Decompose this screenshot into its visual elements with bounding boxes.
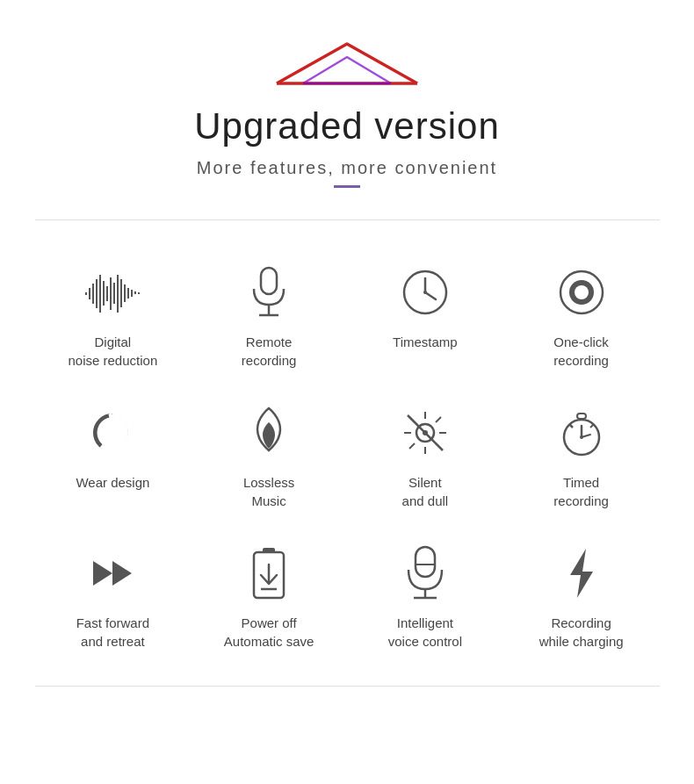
svg-marker-60	[570, 549, 593, 598]
svg-line-39	[409, 443, 415, 449]
logo-icon	[268, 35, 426, 97]
accent-line	[334, 185, 360, 188]
microphone-icon	[241, 264, 297, 320]
svg-line-46	[590, 424, 594, 428]
svg-rect-18	[261, 268, 277, 294]
feature-fast-forward: Fast forwardand retreat	[35, 528, 192, 659]
svg-marker-50	[93, 561, 112, 586]
svg-point-41	[423, 430, 428, 435]
feature-timed-recording: Timedrecording	[503, 387, 660, 519]
battery-save-icon	[241, 545, 297, 601]
svg-point-27	[575, 285, 589, 299]
top-divider	[35, 219, 660, 220]
svg-point-49	[580, 435, 583, 439]
feature-label: Digitalnoise reduction	[69, 333, 158, 370]
timer-icon	[553, 405, 610, 461]
feature-digital-noise-reduction: Digitalnoise reduction	[35, 247, 192, 378]
svg-line-23	[425, 292, 436, 299]
feature-label: Intelligentvoice control	[388, 614, 462, 651]
page-header: Upgraded version More features, more con…	[0, 0, 694, 211]
svg-rect-43	[577, 414, 586, 419]
svg-rect-56	[416, 547, 435, 577]
feature-one-click-recording: One-clickrecording	[503, 247, 660, 378]
bottom-divider	[35, 686, 660, 687]
feature-label: Wear design	[76, 473, 149, 492]
svg-rect-53	[263, 548, 275, 553]
subtitle: More features, more convenient	[197, 158, 497, 178]
features-grid: Digitalnoise reduction Remoterecording	[35, 238, 660, 668]
feature-label: One-clickrecording	[553, 333, 609, 370]
feature-label: LosslessMusic	[243, 473, 294, 510]
svg-marker-51	[112, 561, 132, 586]
feature-intelligent-voice-control: Intelligentvoice control	[347, 528, 503, 659]
feature-remote-recording: Remoterecording	[191, 247, 347, 378]
svg-point-24	[423, 291, 427, 294]
lightning-icon	[553, 545, 610, 601]
waveform-icon	[84, 264, 141, 320]
feature-power-off-auto-save: Power offAutomatic save	[191, 528, 347, 659]
svg-line-30	[101, 446, 105, 450]
feature-label: Recordingwhile charging	[539, 614, 624, 651]
feature-label: Fast forwardand retreat	[76, 614, 149, 651]
feature-label: Timestamp	[393, 333, 458, 351]
feature-label: Power offAutomatic save	[224, 614, 314, 651]
feature-timestamp: Timestamp	[347, 247, 503, 378]
feature-label: Remoterecording	[242, 333, 297, 370]
mic2-icon	[397, 545, 453, 601]
silent-icon	[397, 405, 453, 461]
svg-line-38	[436, 417, 441, 422]
feature-wear-design: Wear design	[35, 387, 192, 519]
feature-recording-while-charging: Recordingwhile charging	[503, 528, 660, 659]
record-button-icon	[553, 264, 610, 320]
bracelet-icon	[84, 405, 141, 461]
feature-lossless-music: LosslessMusic	[191, 387, 347, 519]
svg-line-45	[569, 424, 573, 428]
main-title: Upgraded version	[194, 105, 500, 147]
fire-music-icon	[241, 405, 297, 461]
feature-silent-and-dull: Silentand dull	[347, 387, 503, 519]
clock-icon	[397, 264, 453, 320]
svg-line-29	[109, 415, 112, 416]
fast-forward-icon	[84, 545, 141, 601]
feature-label: Timedrecording	[553, 473, 609, 510]
feature-label: Silentand dull	[402, 473, 449, 510]
